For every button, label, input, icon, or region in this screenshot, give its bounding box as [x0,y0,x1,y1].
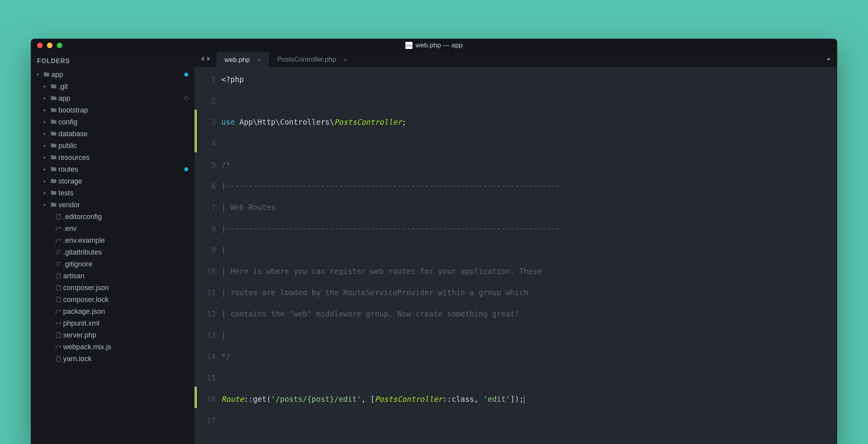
tree-file[interactable]: .editorconfig [31,211,195,223]
tree-file[interactable]: server.php [31,329,195,341]
editor-window: php web.php — app FOLDERS app.gitappboot… [31,39,837,444]
tree-folder[interactable]: vendor [31,199,195,211]
tree-folder[interactable]: public [31,140,195,152]
close-tab-icon[interactable]: × [258,56,261,63]
minimize-icon[interactable] [47,43,52,48]
tree-label: .editorconfig [63,213,102,221]
token: App\Http\Controllers\ [235,118,334,126]
line-number: 11 [197,287,216,309]
php-file-icon: php [405,42,412,49]
file-type-icon: /* [54,237,63,244]
nav-forward-icon[interactable] [206,56,211,63]
file-type-icon [54,284,63,291]
code-line[interactable]: |---------------------------------------… [221,223,837,245]
tab[interactable]: web.php× [217,52,269,67]
tree-file[interactable]: .gitattributes [31,246,195,258]
tree-folder[interactable]: database [31,128,195,140]
code-line[interactable]: <?php [221,74,837,96]
text-cursor [524,395,524,404]
code-line[interactable] [221,96,837,117]
code-line[interactable]: /* [221,159,837,181]
tree-file[interactable]: /*.env.example [31,234,195,246]
tree-label: artisan [63,272,84,280]
file-type-icon [49,142,58,149]
tree-file[interactable]: yarn.lock [31,353,195,365]
tree-folder[interactable]: tests [31,187,195,199]
token: ]); [510,395,524,403]
nav-back-icon[interactable] [200,56,205,63]
code-editor[interactable]: 1234567891011121314151617 <?phpuse App\H… [195,67,837,444]
token: '/posts/{post}/edit' [271,395,361,403]
code-line[interactable]: Route::get('/posts/{post}/edit', [PostsC… [221,394,837,415]
close-icon[interactable] [37,43,43,48]
file-type-icon [54,260,63,268]
tree-file[interactable]: composer.lock [31,294,195,305]
file-type-icon [49,178,58,185]
disclosure-arrow-icon [43,168,47,171]
token: */ [221,352,230,361]
tree-label: composer.lock [63,296,108,304]
token: use [221,118,235,126]
file-type-icon [49,83,58,90]
code-line[interactable]: | contains the "web" middleware group. N… [221,309,837,330]
code-line[interactable]: */ [221,351,837,373]
tree-file[interactable]: .gitignore [31,258,195,270]
tree-folder[interactable]: app [31,92,195,104]
code-line[interactable]: |---------------------------------------… [221,181,837,202]
tree-file[interactable]: /*package.json [31,305,195,317]
code-line[interactable]: use App\Http\Controllers\PostsController… [221,117,837,138]
file-type-icon [54,355,63,362]
vcs-status-dot [184,73,188,77]
code-line[interactable] [221,138,837,159]
tree-file[interactable]: /*.env [31,223,195,234]
tree-label: config [58,118,77,126]
titlebar[interactable]: php web.php — app [31,39,837,52]
line-number: 17 [197,415,216,437]
tree-file[interactable]: composer.json [31,282,195,294]
file-type-icon [49,130,58,137]
disclosure-arrow-icon [43,144,47,148]
token: | [221,331,226,339]
tree-label: package.json [63,307,105,316]
tree-file[interactable]: phpunit.xml [31,317,195,329]
tree-label: webpack.mix.js [63,343,111,351]
tab[interactable]: PostsController.php× [269,52,355,67]
code-content[interactable]: <?phpuse App\Http\Controllers\PostsContr… [216,67,837,444]
line-number: 4 [197,138,216,159]
code-line[interactable] [221,415,837,437]
line-number: 16 [197,394,216,415]
tree-folder[interactable]: storage [31,175,195,187]
tree-file[interactable]: /*webpack.mix.js [31,341,195,353]
file-type-icon [49,107,58,114]
code-line[interactable]: | Here is where you can register web rou… [221,266,837,287]
disclosure-arrow-icon [43,180,47,183]
token: <?php [221,75,244,84]
file-type-icon [49,154,58,161]
tab-overflow-icon[interactable] [820,52,837,67]
tree-folder[interactable]: .git [31,81,195,92]
tree-folder[interactable]: bootstrap [31,104,195,116]
code-line[interactable]: | routes are loaded by the RouteServiceP… [221,287,837,309]
file-type-icon [49,118,58,126]
tree-file[interactable]: artisan [31,270,195,282]
tree-label: composer.json [63,284,109,292]
close-tab-icon[interactable]: × [344,56,347,63]
tree-label: .gitignore [63,260,92,268]
tree-folder[interactable]: resources [31,152,195,163]
tree-folder[interactable]: routes [31,163,195,175]
tree-label: app [51,71,63,79]
tree-folder[interactable]: config [31,116,195,128]
line-number: 7 [197,202,216,223]
tree-label: .gitattributes [63,248,102,257]
code-line[interactable] [221,373,837,394]
code-line[interactable]: | Web Routes [221,202,837,223]
tree-root[interactable]: app [31,69,195,81]
line-number: 6 [197,181,216,202]
code-line[interactable]: | [221,245,837,266]
zoom-icon[interactable] [57,43,62,48]
tree-label: database [58,130,88,138]
file-tree: app.gitappbootstrapconfigdatabasepublicr… [31,67,195,365]
disclosure-arrow-icon [43,203,47,207]
code-line[interactable]: | [221,330,837,351]
tree-label: vendor [58,201,80,209]
